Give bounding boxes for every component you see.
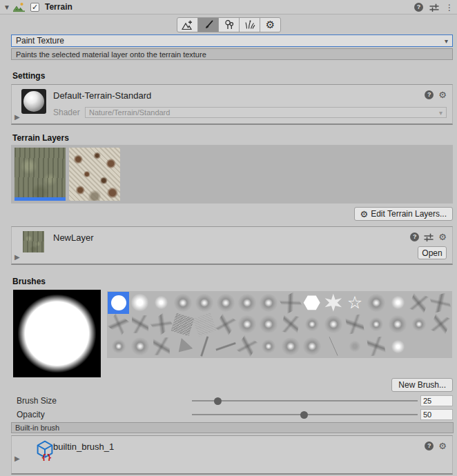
brush-thumb-35-wedge[interactable] (172, 335, 193, 357)
brush-thumb-12-swirl[interactable] (366, 292, 387, 314)
blob-brush-shape (258, 292, 279, 313)
brush-thumb-11-star5[interactable]: ☆ (344, 292, 365, 314)
brush-thumb-0-solid-circle[interactable] (108, 292, 129, 314)
new-brush-label: New Brush... (398, 380, 446, 390)
brush-thumb-22-splat[interactable] (237, 314, 258, 336)
brush-thumb-16-branch[interactable] (108, 314, 129, 336)
brush-size-slider-handle[interactable] (214, 397, 222, 405)
brush-thumb-6-rough[interactable] (237, 292, 258, 314)
brush-thumb-9-hexagon[interactable] (301, 292, 322, 314)
leaf-brush-shape (214, 313, 237, 337)
brush-thumb-34-swish[interactable] (150, 335, 172, 357)
terrain-layer-thumb-rock-layer[interactable] (69, 148, 120, 201)
builtin-brush-foldout-arrow[interactable]: ▶ (14, 455, 20, 462)
component-header: ▼ ✓ Terrain ? ⋮ (0, 0, 457, 14)
brush-thumb-29-blob[interactable] (387, 314, 409, 336)
terrain-layer-thumb-grass-layer[interactable] (14, 148, 66, 201)
soft-dot-brush-shape (389, 294, 407, 311)
brush-thumb-40-burst[interactable] (280, 335, 301, 357)
opacity-value-field[interactable] (420, 409, 453, 420)
tool-button-paint-trees[interactable] (218, 17, 240, 32)
brush-thumb-28-smudge[interactable] (366, 314, 387, 336)
brush-thumb-26-blob[interactable] (322, 314, 344, 336)
brush-thumb-30-smudge[interactable] (409, 314, 430, 336)
splat-brush-shape (192, 290, 217, 315)
brush-thumb-24-twig[interactable] (280, 314, 301, 336)
swish-brush-shape (153, 337, 170, 356)
twig-brush-shape (408, 291, 430, 314)
brush-size-value-field[interactable] (420, 395, 453, 406)
tool-button-terrain-settings[interactable]: ⚙ (260, 17, 281, 32)
brush-thumb-36-wave[interactable] (194, 335, 215, 357)
paint-mode-dropdown[interactable]: Paint Texture ▾ (11, 34, 453, 47)
brush-thumb-37-wave[interactable] (215, 335, 237, 357)
brush-thumb-2-soft-dot[interactable] (150, 292, 172, 314)
soft-dot-brush-shape (389, 338, 407, 355)
twig-brush-shape (429, 313, 451, 336)
help-icon[interactable]: ? (425, 90, 434, 99)
gear-icon[interactable]: ⚙ (438, 90, 447, 99)
tool-button-paint-details[interactable] (239, 17, 260, 32)
faint-noise-brush-shape (193, 313, 217, 337)
brush-thumb-17-tree[interactable] (129, 314, 150, 336)
open-layer-button[interactable]: Open (418, 246, 447, 259)
brush-thumb-43-faint-dot[interactable] (344, 335, 365, 357)
tool-button-paint-terrain[interactable] (197, 17, 219, 32)
presets-icon[interactable] (429, 3, 439, 12)
paint-mode-helpbox: Paints the selected material layer onto … (11, 48, 453, 60)
brush-thumb-13-soft-dot[interactable] (387, 292, 409, 314)
brush-thumb-7-blob[interactable] (258, 292, 280, 314)
gear-icon[interactable]: ⚙ (438, 442, 447, 450)
opacity-slider-handle[interactable] (300, 411, 308, 419)
brush-thumb-25-spot[interactable] (301, 314, 322, 336)
brush-thumb-10-star6[interactable] (322, 292, 344, 314)
brush-thumb-8-streak[interactable] (280, 292, 301, 314)
brush-thumb-3-cloud[interactable] (172, 292, 193, 314)
brush-size-slider[interactable] (192, 400, 418, 401)
brush-thumb-33-blob[interactable] (129, 335, 150, 357)
gear-icon[interactable]: ⚙ (438, 232, 447, 241)
material-preview-swatch[interactable] (21, 89, 46, 114)
opacity-slider[interactable] (192, 414, 418, 415)
brush-thumb-15-twig[interactable] (430, 292, 451, 314)
brush-thumb-20-faint-noise[interactable] (194, 314, 215, 336)
brush-thumb-4-splat[interactable] (194, 292, 215, 314)
presets-icon[interactable] (424, 233, 434, 241)
brush-thumb-5-speckle[interactable] (215, 292, 237, 314)
new-brush-button[interactable]: New Brush... (391, 378, 453, 392)
brush-thumb-41-splat[interactable] (301, 335, 322, 357)
tool-button-create-neighbor-terrains[interactable] (177, 17, 198, 32)
edit-terrain-layers-button[interactable]: ⚙ Edit Terrain Layers... (354, 207, 453, 221)
brush-thumb-39-smudge[interactable] (258, 335, 280, 357)
star5-brush-shape: ☆ (347, 294, 362, 311)
brush-thumb-14-twig[interactable] (409, 292, 430, 314)
newlayer-foldout-arrow[interactable]: ▶ (14, 253, 20, 261)
brush-thumb-18-fern[interactable] (150, 314, 172, 336)
shader-label: Shader (53, 108, 85, 117)
material-foldout-arrow[interactable]: ▶ (14, 113, 20, 121)
brush-thumb-19-noise[interactable] (172, 314, 193, 336)
blob-brush-shape (388, 315, 408, 335)
brush-thumb-27-curl[interactable] (344, 314, 365, 336)
help-icon[interactable]: ? (410, 232, 419, 241)
help-icon[interactable]: ? (425, 442, 434, 450)
newlayer-thumbnail[interactable] (23, 231, 44, 252)
brush-thumb-38-curl[interactable] (237, 335, 258, 357)
builtin-brush-bar: Built-in brush (11, 422, 454, 433)
more-menu-icon[interactable]: ⋮ (445, 3, 453, 12)
brush-thumb-42-line[interactable] (322, 335, 344, 357)
brush-thumb-31-twig[interactable] (430, 314, 451, 336)
help-icon[interactable]: ? (414, 3, 423, 12)
brush-thumb-32-spot[interactable] (108, 335, 129, 357)
material-title: Default-Terrain-Standard (53, 90, 151, 101)
brush-preview (13, 290, 101, 377)
brush-thumb-21-leaf[interactable] (215, 314, 237, 336)
component-enabled-checkbox[interactable]: ✓ (30, 3, 39, 12)
brush-thumb-44-scratch[interactable] (366, 335, 387, 357)
component-foldout-arrow[interactable]: ▼ (3, 3, 12, 11)
opacity-label: Opacity (17, 410, 45, 419)
brush-thumb-23-burst[interactable] (258, 314, 280, 336)
brush-thumb-45-soft-dot[interactable] (387, 335, 409, 357)
faint-dot-brush-shape (345, 337, 364, 356)
brush-thumb-1-soft-circle[interactable] (129, 292, 150, 314)
